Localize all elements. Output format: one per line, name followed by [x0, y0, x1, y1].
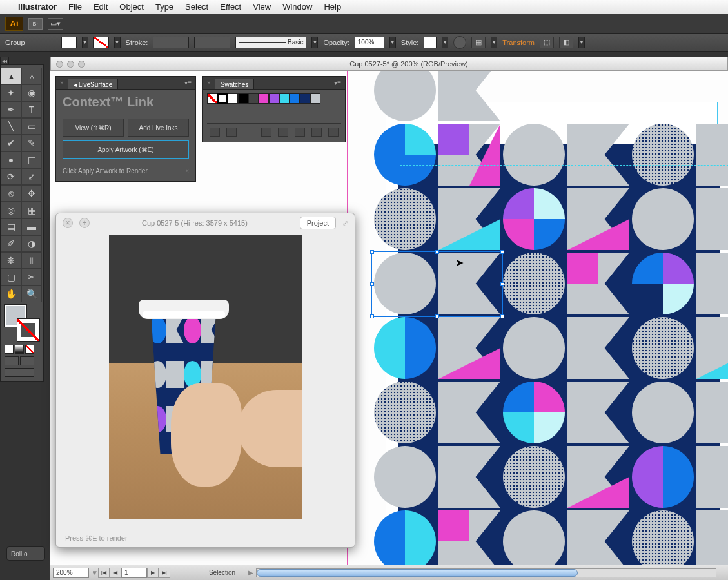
- stroke-color-swatch[interactable]: [17, 319, 39, 341]
- swatches-tab[interactable]: Swatches: [215, 79, 254, 89]
- opacity-input[interactable]: 100%: [355, 37, 384, 48]
- scrollbar-thumb[interactable]: [257, 569, 578, 577]
- menu-view[interactable]: View: [253, 2, 271, 12]
- blob-brush-tool[interactable]: ●: [1, 151, 21, 168]
- swatch[interactable]: [290, 93, 300, 104]
- line-tool[interactable]: ╲: [1, 118, 21, 135]
- artboard-tool[interactable]: ▢: [1, 269, 21, 285]
- menu-help[interactable]: Help: [324, 2, 341, 12]
- add-live-inks-button[interactable]: Add Live Inks: [128, 119, 189, 137]
- swatch-none[interactable]: [207, 93, 217, 104]
- gradient-mode-button[interactable]: [15, 345, 24, 354]
- view-button[interactable]: View (⇧⌘R): [63, 119, 124, 137]
- swatch-kind-button[interactable]: [226, 128, 237, 137]
- direct-selection-tool[interactable]: ▵: [21, 68, 42, 84]
- gradient-tool[interactable]: ▬: [21, 218, 42, 235]
- window-traffic-lights[interactable]: [51, 61, 90, 68]
- symbol-sprayer-tool[interactable]: ❋: [1, 252, 21, 269]
- next-artboard-button[interactable]: ▶: [147, 568, 159, 578]
- swatch[interactable]: [310, 93, 320, 104]
- recolor-artwork-button[interactable]: [453, 36, 466, 49]
- horizontal-scrollbar[interactable]: [256, 568, 716, 577]
- panel-close-icon[interactable]: ×: [60, 79, 64, 86]
- scale-tool[interactable]: ⤢: [21, 168, 42, 185]
- menubar-app-name[interactable]: Illustrator: [18, 2, 57, 12]
- preview-close-icon[interactable]: ×: [63, 218, 73, 228]
- bridge-icon[interactable]: Br: [28, 18, 43, 30]
- stroke-swatch[interactable]: [93, 37, 109, 48]
- eraser-tool[interactable]: ◫: [21, 151, 42, 168]
- blend-tool[interactable]: ◑: [21, 235, 42, 252]
- brush-definition-dropdown[interactable]: Basic: [235, 37, 306, 48]
- panel-close-icon[interactable]: ×: [207, 79, 211, 86]
- hint-close-icon[interactable]: ×: [185, 168, 189, 175]
- stroke-dropdown[interactable]: ▼: [114, 37, 121, 48]
- pencil-tool[interactable]: ✎: [21, 135, 42, 151]
- swatch[interactable]: [248, 93, 259, 104]
- stroke-weight-input[interactable]: [153, 37, 189, 48]
- pen-tool[interactable]: ✒: [1, 101, 21, 118]
- free-transform-tool[interactable]: ✥: [21, 185, 42, 202]
- stroke-profile-dropdown[interactable]: [194, 37, 230, 48]
- style-dropdown[interactable]: ▼: [442, 37, 448, 48]
- zoom-input[interactable]: 200%: [53, 568, 89, 578]
- artboard-number-input[interactable]: 1: [121, 568, 147, 578]
- edit-clip-button[interactable]: ◧: [559, 37, 573, 48]
- menu-select[interactable]: Select: [185, 2, 208, 12]
- swatch[interactable]: [238, 93, 248, 104]
- selection-bounding-box[interactable]: [371, 251, 503, 317]
- graphic-style-swatch[interactable]: [424, 37, 437, 48]
- opacity-dropdown[interactable]: ▼: [389, 37, 396, 48]
- folder-button[interactable]: [311, 128, 322, 137]
- menu-effect[interactable]: Effect: [220, 2, 241, 12]
- draw-behind-button[interactable]: [20, 356, 34, 365]
- panel-menu-icon[interactable]: ▾≡: [334, 79, 341, 86]
- color-mode-button[interactable]: [5, 345, 14, 354]
- tools-collapse-toggle[interactable]: ◂◂: [0, 57, 9, 64]
- livesurface-tab[interactable]: ◂ LiveSurface: [68, 79, 119, 89]
- hand-tool[interactable]: ✋: [1, 285, 21, 302]
- close-window-icon[interactable]: [56, 61, 63, 68]
- perspective-tool[interactable]: ▦: [21, 202, 42, 218]
- eyedropper-tool[interactable]: ✐: [1, 235, 21, 252]
- rotate-tool[interactable]: ⟳: [1, 168, 21, 185]
- align-button[interactable]: ▦: [471, 37, 486, 48]
- transform-link[interactable]: Transform: [502, 39, 535, 46]
- transform-dropdown[interactable]: ▼: [578, 37, 585, 48]
- selection-tool[interactable]: ▴: [1, 68, 21, 84]
- prev-artboard-button[interactable]: ◀: [110, 568, 121, 578]
- first-artboard-button[interactable]: |◀: [98, 568, 110, 578]
- rectangle-tool[interactable]: ▭: [21, 118, 42, 135]
- zoom-window-icon[interactable]: [78, 61, 85, 68]
- menu-window[interactable]: Window: [282, 2, 312, 12]
- swatch[interactable]: [279, 93, 290, 104]
- new-color-group-button[interactable]: [278, 128, 288, 137]
- slice-tool[interactable]: ✂: [21, 269, 42, 285]
- type-tool[interactable]: T: [21, 101, 42, 118]
- menu-edit[interactable]: Edit: [93, 2, 108, 12]
- swatch[interactable]: [300, 93, 310, 104]
- panel-menu-icon[interactable]: ▾≡: [184, 79, 192, 86]
- swatch[interactable]: [269, 93, 279, 104]
- graph-tool[interactable]: ⫴: [21, 252, 42, 269]
- delete-swatch-button[interactable]: [328, 128, 339, 137]
- paintbrush-tool[interactable]: ✔: [1, 135, 21, 151]
- new-swatch-button[interactable]: [295, 128, 305, 137]
- draw-normal-button[interactable]: [5, 356, 19, 365]
- width-tool[interactable]: ⎋: [1, 185, 21, 202]
- mesh-tool[interactable]: ▤: [1, 218, 21, 235]
- menu-file[interactable]: File: [68, 2, 82, 12]
- swatch-registration[interactable]: [217, 93, 228, 104]
- project-button[interactable]: Project: [300, 217, 336, 229]
- zoom-tool[interactable]: 🔍: [21, 285, 42, 302]
- lasso-tool[interactable]: ◉: [21, 84, 42, 101]
- menu-object[interactable]: Object: [119, 2, 144, 12]
- expand-icon[interactable]: ⤢: [342, 219, 348, 227]
- shape-builder-tool[interactable]: ◎: [1, 202, 21, 218]
- workspace-layout-button[interactable]: ▭▾: [48, 18, 63, 30]
- screen-mode-button[interactable]: [5, 368, 34, 377]
- magic-wand-tool[interactable]: ✦: [1, 84, 21, 101]
- minimize-window-icon[interactable]: [67, 61, 74, 68]
- fill-stroke-control[interactable]: [5, 305, 39, 341]
- swatch-libraries-button[interactable]: [210, 128, 220, 137]
